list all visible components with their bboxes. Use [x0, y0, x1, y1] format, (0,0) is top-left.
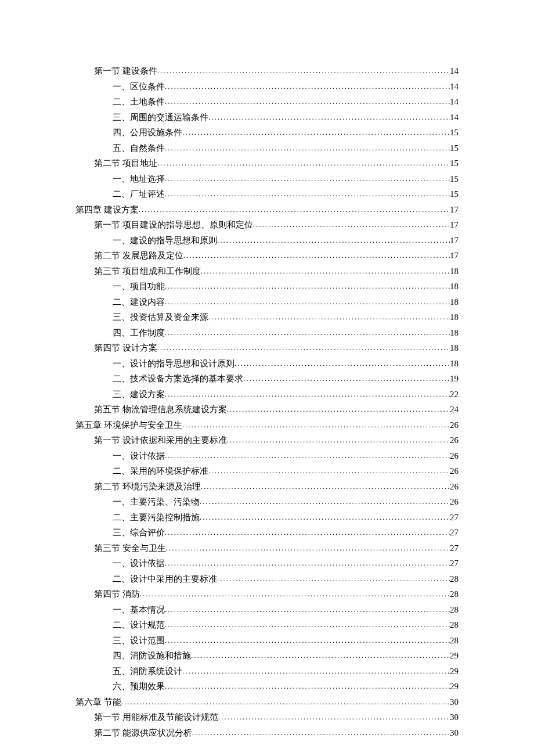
toc-label: 四、消防设施和措施: [113, 649, 191, 664]
toc-label: 第二节 项目地址: [94, 156, 157, 171]
toc-entry: 四、工作制度18: [75, 326, 459, 341]
toc-entry: 二、采用的环境保护标准26: [75, 464, 459, 479]
toc-page-number: 17: [450, 249, 459, 264]
toc-leader-dots: [157, 64, 450, 77]
toc-label: 二、设计中采用的主要标准: [113, 572, 217, 587]
toc-entry: 二、技术设备方案选择的基本要求19: [75, 372, 459, 387]
toc-leader-dots: [165, 95, 450, 108]
toc-label: 三、综合评价: [113, 525, 165, 541]
toc-label: 一、区位条件: [113, 80, 165, 95]
toc-leader-dots: [165, 296, 450, 308]
toc-label: 第一节 建设条件: [94, 64, 157, 79]
toc-label: 四、工作制度: [113, 326, 165, 341]
toc-page-number: 28: [450, 618, 459, 633]
toc-entry: 二、设计规范28: [75, 618, 459, 633]
toc-label: 第一节 项目建设的指导思想、原则和定位: [94, 218, 253, 233]
toc-entry: 一、项目功能18: [75, 279, 459, 294]
toc-leader-dots: [165, 603, 450, 616]
toc-leader-dots: [157, 157, 450, 170]
toc-entry: 六、预期效果29: [75, 679, 459, 694]
toc-page-number: 15: [450, 156, 459, 171]
toc-entry: 二、主要污染控制措施27: [75, 510, 459, 525]
toc-leader-dots: [191, 649, 450, 662]
toc-page-number: 18: [450, 264, 459, 279]
toc-entry: 一、基本情况28: [75, 603, 459, 618]
toc-page-number: 18: [450, 357, 459, 372]
toc-leader-dots: [182, 419, 450, 431]
toc-label: 一、主要污染、污染物: [113, 495, 200, 510]
toc-entry: 一、设计的指导思想和设计原则18: [75, 357, 459, 372]
toc-entry: 三、建设方案22: [75, 387, 459, 402]
toc-label: 第四节 消防: [94, 587, 140, 602]
toc-entry: 第四章 建设方案17: [75, 203, 459, 218]
toc-page-number: 17: [450, 233, 459, 249]
toc-leader-dots: [165, 80, 450, 93]
toc-leader-dots: [165, 680, 450, 693]
toc-leader-dots: [227, 434, 450, 447]
toc-entry: 第二节 项目地址15: [75, 156, 459, 171]
toc-entry: 三、投资估算及资金来源18: [75, 310, 459, 325]
toc-page-number: 26: [450, 495, 459, 510]
toc-page-number: 15: [450, 125, 459, 141]
toc-page-number: 14: [450, 110, 459, 125]
toc-leader-dots: [165, 449, 450, 462]
toc-label: 第五节 物流管理信息系统建设方案: [94, 402, 227, 417]
toc-leader-dots: [165, 557, 450, 570]
toc-entry: 三、综合评价27: [75, 525, 459, 541]
toc-page-number: 18: [450, 279, 459, 294]
toc-page-number: 26: [450, 418, 459, 433]
toc-entry: 二、厂址评述15: [75, 187, 459, 202]
toc-entry: 一、地址选择15: [75, 172, 459, 187]
toc-label: 二、采用的环境保护标准: [113, 464, 208, 479]
toc-leader-dots: [243, 372, 450, 385]
toc-label: 三、投资估算及资金来源: [113, 310, 208, 325]
toc-leader-dots: [166, 542, 450, 555]
toc-page-number: 27: [450, 525, 459, 541]
toc-label: 二、主要污染控制措施: [113, 510, 200, 525]
toc-leader-dots: [165, 142, 450, 154]
toc-label: 五、自然条件: [113, 141, 165, 156]
toc-page-number: 29: [450, 679, 459, 694]
toc-page-number: 27: [450, 541, 459, 556]
toc-page-number: 18: [450, 341, 459, 356]
toc-label: 六、预期效果: [113, 679, 165, 694]
toc-label: 第四章 建设方案: [75, 203, 139, 218]
toc-leader-dots: [200, 495, 450, 508]
toc-label: 二、土地条件: [113, 95, 165, 110]
toc-leader-dots: [217, 573, 450, 585]
toc-leader-dots: [208, 111, 450, 124]
toc-page-number: 28: [450, 587, 459, 602]
toc-entry: 一、设计依据26: [75, 449, 459, 464]
toc-leader-dots: [218, 711, 450, 723]
toc-label: 第二节 能源供应状况分析: [94, 726, 192, 741]
toc-leader-dots: [165, 188, 450, 200]
toc-leader-dots: [253, 218, 450, 231]
toc-page-number: 22: [450, 387, 459, 402]
toc-leader-dots: [201, 480, 450, 493]
toc-entry: 第一节 设计依据和采用的主要标准26: [75, 433, 459, 448]
toc-label: 二、建设内容: [113, 295, 165, 310]
toc-leader-dots: [183, 249, 450, 262]
toc-entry: 一、建设的指导思想和原则17: [75, 233, 459, 249]
toc-entry: 第一节 用能标准及节能设计规范30: [75, 710, 459, 725]
toc-page-number: 15: [450, 172, 459, 187]
toc-label: 二、设计规范: [113, 618, 165, 633]
toc-leader-dots: [165, 618, 450, 631]
toc-leader-dots: [182, 126, 450, 139]
toc-entry: 第三节 安全与卫生27: [75, 541, 459, 556]
table-of-contents: 第一节 建设条件14一、区位条件14二、土地条件14三、周围的交通运输条件14四…: [75, 64, 459, 740]
toc-leader-dots: [157, 341, 450, 354]
toc-label: 一、基本情况: [113, 603, 165, 618]
toc-label: 第五章 环境保护与安全卫生: [75, 418, 182, 433]
toc-entry: 第二节 能源供应状况分析30: [75, 726, 459, 741]
toc-leader-dots: [139, 203, 450, 216]
toc-label: 三、设计范围: [113, 633, 165, 649]
toc-page-number: 29: [450, 649, 459, 664]
toc-entry: 第二节 发展思路及定位17: [75, 249, 459, 264]
toc-page-number: 26: [450, 449, 459, 464]
toc-entry: 一、主要污染、污染物26: [75, 495, 459, 510]
toc-leader-dots: [165, 172, 450, 185]
toc-label: 第六章 节能: [75, 695, 121, 710]
toc-entry: 五、消防系统设计29: [75, 664, 459, 679]
toc-entry: 第一节 项目建设的指导思想、原则和定位17: [75, 218, 459, 233]
